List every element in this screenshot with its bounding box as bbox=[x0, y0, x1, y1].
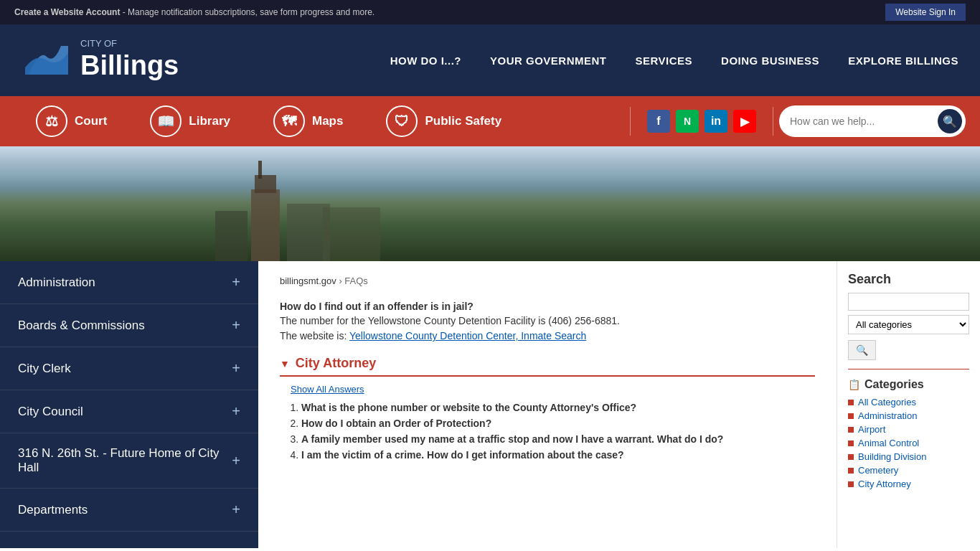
nav-services[interactable]: SERVICES bbox=[636, 55, 693, 67]
search-widget-category-select[interactable]: All categories Administration Airport An… bbox=[848, 315, 969, 334]
sidebar-city-council-expand[interactable]: + bbox=[232, 403, 240, 420]
orange-search-input[interactable] bbox=[790, 116, 938, 127]
main-nav: HOW DO I...? YOUR GOVERNMENT SERVICES DO… bbox=[222, 55, 958, 67]
logo-area: CITY OF Billings bbox=[22, 35, 179, 85]
search-widget-input[interactable] bbox=[848, 293, 969, 311]
public-safety-icon: 🛡 bbox=[386, 105, 418, 137]
sidebar-item-boards-commissions[interactable]: Boards & Commissions + bbox=[0, 304, 258, 347]
sign-in-button[interactable]: Website Sign In bbox=[885, 4, 966, 21]
nav-how-do-i[interactable]: HOW DO I...? bbox=[390, 55, 461, 67]
category-list-item: Airport bbox=[848, 424, 969, 435]
nav-doing-business[interactable]: DOING BUSINESS bbox=[721, 55, 819, 67]
public-safety-label: Public Safety bbox=[425, 114, 501, 128]
bullet-icon bbox=[848, 427, 854, 433]
sidebar-city-clerk-expand[interactable]: + bbox=[232, 360, 240, 377]
breadcrumb: billingsmt.gov › FAQs bbox=[280, 276, 815, 286]
svg-rect-3 bbox=[258, 161, 262, 179]
cat-airport[interactable]: Airport bbox=[858, 424, 885, 435]
quick-link-court[interactable]: ⚖ Court bbox=[14, 105, 128, 137]
sidebar-departments-expand[interactable]: + bbox=[232, 501, 240, 518]
sidebar-city-clerk-label: City Clerk bbox=[18, 362, 71, 376]
show-all-answers-link[interactable]: Show All Answers bbox=[280, 384, 815, 395]
court-icon: ⚖ bbox=[36, 105, 67, 137]
search-widget-button[interactable]: 🔍 bbox=[848, 340, 876, 360]
cat-cemetery[interactable]: Cemetery bbox=[858, 465, 898, 476]
maps-label: Maps bbox=[312, 114, 343, 128]
faq-q3[interactable]: A family member used my name at a traffi… bbox=[301, 433, 723, 445]
widget-divider bbox=[848, 369, 969, 369]
cat-animal[interactable]: Animal Control bbox=[858, 438, 919, 448]
content-wrapper: Administration + Boards & Commissions + … bbox=[0, 261, 980, 548]
divider bbox=[630, 107, 631, 136]
create-account-link[interactable]: Create a Website Account bbox=[14, 7, 120, 17]
cat-admin[interactable]: Administration bbox=[858, 410, 917, 421]
sidebar-boards-expand[interactable]: + bbox=[232, 317, 240, 334]
logo-text: CITY OF Billings bbox=[80, 38, 179, 82]
linkedin-icon[interactable]: in bbox=[705, 110, 727, 133]
breadcrumb-home[interactable]: billingsmt.gov bbox=[280, 276, 336, 286]
quick-links: ⚖ Court 📖 Library 🗺 Maps 🛡 Public Safety bbox=[14, 105, 624, 137]
hero-image bbox=[0, 146, 980, 261]
logo-billings: Billings bbox=[80, 50, 179, 83]
svg-rect-6 bbox=[323, 207, 380, 261]
bullet-icon bbox=[848, 468, 854, 474]
top-bar: Create a Website Account - Manage notifi… bbox=[0, 0, 980, 24]
quick-link-maps[interactable]: 🗺 Maps bbox=[252, 105, 364, 137]
faq-list-item: A family member used my name at a traffi… bbox=[301, 433, 815, 445]
faq-list-item: How do I obtain an Order of Protection? bbox=[301, 418, 815, 429]
category-list-item: City Attorney bbox=[848, 479, 969, 489]
sidebar-item-city-hall[interactable]: 316 N. 26th St. - Future Home of City Ha… bbox=[0, 433, 258, 489]
detention-center-link[interactable]: Yellowstone County Detention Center, Inm… bbox=[349, 330, 586, 342]
court-label: Court bbox=[75, 114, 107, 128]
cat-building[interactable]: Building Division bbox=[858, 451, 926, 462]
svg-rect-2 bbox=[255, 175, 276, 193]
sidebar-city-hall-expand[interactable]: + bbox=[232, 453, 240, 469]
svg-rect-1 bbox=[251, 189, 280, 261]
faq-q4[interactable]: I am the victim of a crime. How do I get… bbox=[301, 449, 624, 461]
faq-detention-answer: The number for the Yellowstone County De… bbox=[280, 315, 815, 326]
categories-icon: 📋 bbox=[848, 379, 860, 390]
sidebar-administration-expand[interactable]: + bbox=[232, 274, 240, 291]
category-list-item: Cemetery bbox=[848, 465, 969, 476]
faq-list-item: I am the victim of a crime. How do I get… bbox=[301, 449, 815, 461]
faq-detention-question: How do I find out if an offender is in j… bbox=[280, 301, 815, 342]
nav-explore-billings[interactable]: EXPLORE BILLINGS bbox=[848, 55, 958, 67]
category-header: ▼ City Attorney bbox=[280, 356, 815, 377]
sidebar-city-hall-label: 316 N. 26th St. - Future Home of City Ha… bbox=[18, 446, 232, 475]
quick-link-library[interactable]: 📖 Library bbox=[128, 105, 252, 137]
library-icon: 📖 bbox=[150, 105, 182, 137]
nextdoor-icon[interactable]: N bbox=[676, 110, 699, 133]
category-list-item: Building Division bbox=[848, 451, 969, 462]
sidebar-item-city-council[interactable]: City Council + bbox=[0, 390, 258, 433]
category-title: City Attorney bbox=[296, 356, 376, 371]
search-widget-title: Search bbox=[848, 272, 969, 287]
header: CITY OF Billings HOW DO I...? YOUR GOVER… bbox=[0, 24, 980, 96]
nav-your-government[interactable]: YOUR GOVERNMENT bbox=[490, 55, 607, 67]
cat-all[interactable]: All Categories bbox=[858, 397, 916, 408]
faq-q1[interactable]: What is the phone number or website to t… bbox=[301, 402, 636, 413]
bullet-icon bbox=[848, 481, 854, 487]
faq-list: What is the phone number or website to t… bbox=[280, 402, 815, 461]
top-bar-notification: Create a Website Account - Manage notifi… bbox=[14, 7, 374, 17]
city-attorney-section: ▼ City Attorney Show All Answers What is… bbox=[280, 356, 815, 461]
faq-detention-website: The website is: Yellowstone County Deten… bbox=[280, 330, 815, 342]
category-list-item: Animal Control bbox=[848, 438, 969, 448]
bullet-icon bbox=[848, 400, 854, 405]
bullet-icon bbox=[848, 454, 854, 460]
orange-search-area: 🔍 bbox=[779, 105, 966, 137]
sidebar-item-departments[interactable]: Departments + bbox=[0, 489, 258, 532]
bullet-icon bbox=[848, 413, 854, 419]
cat-city-attorney[interactable]: City Attorney bbox=[858, 479, 911, 489]
faq-q2[interactable]: How do I obtain an Order of Protection? bbox=[301, 418, 491, 429]
orange-search-button[interactable]: 🔍 bbox=[938, 109, 962, 133]
right-sidebar: Search All categories Administration Air… bbox=[837, 261, 980, 548]
facebook-icon[interactable]: f bbox=[647, 110, 670, 133]
svg-rect-5 bbox=[215, 211, 248, 261]
quick-link-public-safety[interactable]: 🛡 Public Safety bbox=[364, 105, 523, 137]
sidebar-item-city-clerk[interactable]: City Clerk + bbox=[0, 347, 258, 390]
faq-detention-title: How do I find out if an offender is in j… bbox=[280, 301, 815, 312]
sidebar-item-administration[interactable]: Administration + bbox=[0, 261, 258, 304]
faq-list-item: What is the phone number or website to t… bbox=[301, 402, 815, 413]
triangle-icon: ▼ bbox=[280, 358, 290, 369]
youtube-icon[interactable]: ▶ bbox=[733, 110, 756, 133]
